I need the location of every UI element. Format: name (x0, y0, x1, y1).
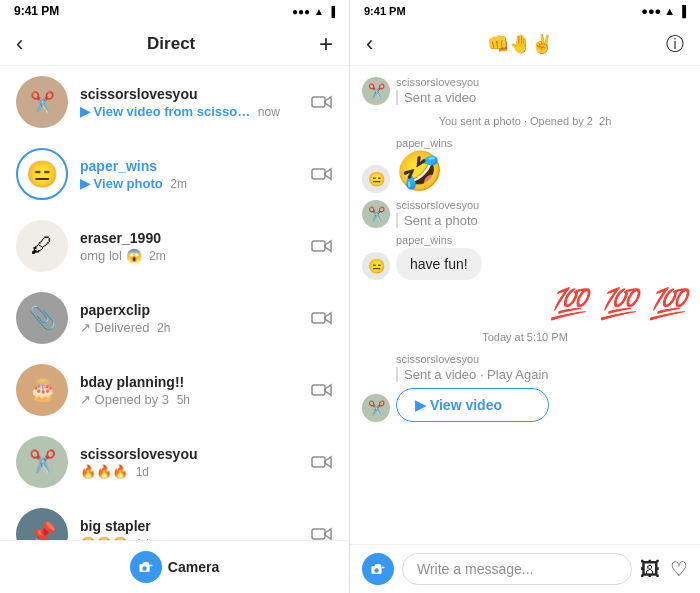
preview-text: ▶ View video from scisso… (80, 104, 250, 119)
conv-info: scissorslovesyou ▶ View video from sciss… (80, 86, 311, 119)
avatar: ✂️ (362, 394, 390, 422)
camera-icon (311, 166, 333, 182)
message-row: 💯 💯 💯 (362, 286, 688, 321)
msg-col: paper_wins have fun! (396, 234, 482, 280)
conv-time: now (258, 105, 280, 119)
conv-name: scissorslovesyou (80, 446, 311, 462)
conv-name: paper_wins (80, 158, 311, 174)
msg-col: paper_wins 🤣 (396, 137, 452, 193)
conv-name: scissorslovesyou (80, 86, 311, 102)
svg-rect-5 (312, 457, 325, 467)
conv-info: eraser_1990 omg lol 😱 2m (80, 230, 311, 263)
list-item[interactable]: 😑 paper_wins ▶ View photo 2m (0, 138, 349, 210)
avatar: ✂️ (16, 436, 68, 488)
conv-info: paper_wins ▶ View photo 2m (80, 158, 311, 191)
msg-col: scissorslovesyou Sent a video · Play Aga… (396, 353, 549, 422)
right-header: ‹ 👊🤚✌️ ⓘ (350, 22, 700, 66)
message-row: ✂️ scissorslovesyou Sent a video (362, 76, 688, 105)
avatar: ✂️ (16, 76, 68, 128)
messages-area: ✂️ scissorslovesyou Sent a video You sen… (350, 66, 700, 544)
list-item[interactable]: 🎂 bday planning!! ↗ Opened by 3 5h (0, 354, 349, 426)
info-button[interactable]: ⓘ (666, 32, 684, 56)
msg-emoji: 🤣 (396, 151, 452, 193)
msg-col: scissorslovesyou Sent a video (396, 76, 479, 105)
msg-sender-label: paper_wins (396, 234, 482, 246)
svg-rect-4 (312, 385, 325, 395)
msg-sender-label: paper_wins (396, 137, 452, 149)
svg-point-8 (142, 566, 146, 570)
conv-info: scissorslovesyou 🔥🔥🔥 1d (80, 446, 311, 479)
preview-text: ▶ View photo (80, 176, 163, 191)
camera-icon (311, 238, 333, 254)
view-video-button[interactable]: ▶ View video (396, 388, 549, 422)
chat-title: 👊🤚✌️ (487, 33, 553, 55)
wifi-icon: ▲ (314, 6, 324, 17)
preview-text: 😂😂😂 (80, 536, 128, 541)
msg-bubble: have fun! (396, 248, 482, 280)
avatar: 😑 (362, 252, 390, 280)
conv-time: 2m (170, 177, 187, 191)
page-title: Direct (147, 34, 195, 54)
conv-time: 2h (157, 321, 170, 335)
preview-text: ↗ Opened by 3 (80, 392, 169, 407)
list-item[interactable]: ✂️ scissorslovesyou 🔥🔥🔥 1d (0, 426, 349, 498)
conv-info: paperxclip ↗ Delivered 2h (80, 302, 311, 335)
msg-sender-label: scissorslovesyou (396, 199, 479, 211)
left-footer: Camera (0, 540, 349, 593)
camera-icon (311, 454, 333, 470)
avatar: ✂️ (362, 200, 390, 228)
conv-name: eraser_1990 (80, 230, 311, 246)
conv-info: bday planning!! ↗ Opened by 3 5h (80, 374, 311, 407)
hundred-emoji: 💯 💯 💯 (550, 286, 688, 321)
msg-bubble: Sent a video · Play Again (396, 367, 549, 382)
left-status-time: 9:41 PM (14, 4, 59, 18)
msg-bubble: Sent a video (396, 90, 479, 105)
list-item[interactable]: 🖊 eraser_1990 omg lol 😱 2m (0, 210, 349, 282)
svg-rect-3 (312, 313, 325, 323)
signal-icon: ●●● (641, 5, 661, 17)
camera-svg-icon (138, 560, 154, 574)
left-panel: 9:41 PM ●●● ▲ ▐ ‹ Direct + ✂️ scissorslo… (0, 0, 350, 593)
left-status-bar: 9:41 PM ●●● ▲ ▐ (0, 0, 349, 22)
conv-preview: omg lol 😱 2m (80, 248, 311, 263)
msg-col: 💯 💯 💯 (550, 286, 688, 321)
footer-icons: 🖼 ♡ (640, 557, 688, 581)
msg-col: scissorslovesyou Sent a photo (396, 199, 479, 228)
list-item[interactable]: ✂️ scissorslovesyou ▶ View video from sc… (0, 66, 349, 138)
list-item[interactable]: 📎 paperxclip ↗ Delivered 2h (0, 282, 349, 354)
svg-rect-9 (149, 565, 152, 566)
camera-icon (311, 310, 333, 326)
camera-icon (311, 382, 333, 398)
svg-rect-1 (312, 169, 325, 179)
image-icon[interactable]: 🖼 (640, 558, 660, 581)
conv-time: 1d (136, 537, 149, 541)
conversation-list: ✂️ scissorslovesyou ▶ View video from sc… (0, 66, 349, 540)
back-button[interactable]: ‹ (366, 31, 373, 57)
heart-icon[interactable]: ♡ (670, 557, 688, 581)
svg-rect-0 (312, 97, 325, 107)
message-row: ✂️ scissorslovesyou Sent a photo (362, 199, 688, 228)
right-footer: Write a message... 🖼 ♡ (350, 544, 700, 593)
camera-icon (311, 526, 333, 540)
conv-preview: 🔥🔥🔥 1d (80, 464, 311, 479)
conv-name: big stapler (80, 518, 311, 534)
back-button[interactable]: ‹ (16, 33, 23, 55)
list-item[interactable]: 📌 big stapler 😂😂😂 1d (0, 498, 349, 540)
conv-preview: ▶ View video from scisso… now (80, 104, 311, 119)
conv-preview: 😂😂😂 1d (80, 536, 311, 541)
conv-info: big stapler 😂😂😂 1d (80, 518, 311, 541)
compose-button[interactable]: + (319, 30, 333, 58)
camera-label: Camera (168, 559, 219, 575)
msg-sender-label: scissorslovesyou (396, 76, 479, 88)
message-row: 😑 paper_wins have fun! (362, 234, 688, 280)
camera-button[interactable]: Camera (130, 551, 219, 583)
message-row: ✂️ scissorslovesyou Sent a video · Play … (362, 353, 688, 422)
camera-button[interactable] (362, 553, 394, 585)
svg-point-11 (374, 568, 378, 572)
battery-icon: ▐ (678, 5, 686, 17)
conv-preview: ▶ View photo 2m (80, 176, 311, 191)
conv-time: 1d (136, 465, 149, 479)
left-status-icons: ●●● ▲ ▐ (292, 6, 335, 17)
message-input[interactable]: Write a message... (402, 553, 632, 585)
system-message: You sent a photo · Opened by 2 2h (362, 115, 688, 127)
